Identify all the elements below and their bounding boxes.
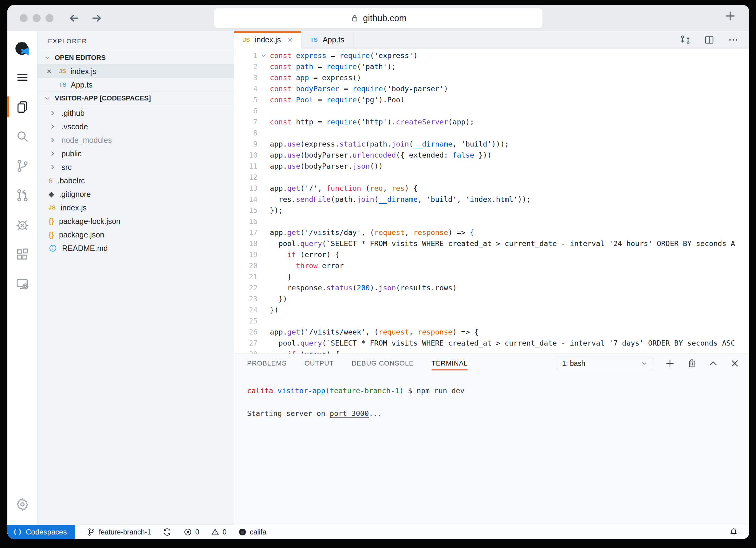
file-item-README.md[interactable]: README.md <box>37 242 234 255</box>
panel-tab-output[interactable]: OUTPUT <box>305 354 334 373</box>
file-item-package-lock.json[interactable]: {}package-lock.json <box>37 215 234 228</box>
kill-terminal-icon[interactable] <box>687 358 697 369</box>
code-line: 20 throw error <box>234 260 749 271</box>
folder-item-.vscode[interactable]: .vscode <box>37 120 234 133</box>
panel-tab-debug-console[interactable]: DEBUG CONSOLE <box>352 354 414 373</box>
file-item-package.json[interactable]: {}package.json <box>37 228 234 242</box>
fold-spacer <box>258 205 270 216</box>
minimize-window-button[interactable] <box>33 14 41 22</box>
fold-spacer <box>258 105 270 116</box>
warnings-status-item[interactable]: 0 <box>211 528 226 536</box>
url-text: github.com <box>363 13 407 23</box>
settings-gear-icon[interactable] <box>7 490 37 519</box>
debug-icon[interactable] <box>7 210 37 240</box>
split-editor-icon[interactable] <box>704 34 715 45</box>
fold-spacer <box>258 271 270 282</box>
close-panel-icon[interactable] <box>730 358 740 369</box>
github-user-status-item[interactable]: califa <box>238 528 266 536</box>
folder-item-.github[interactable]: .github <box>37 106 234 120</box>
source-control-icon[interactable] <box>7 151 37 181</box>
open-editor-item[interactable]: TSApp.ts <box>37 78 234 92</box>
compare-changes-icon[interactable] <box>680 34 691 45</box>
line-number: 19 <box>234 249 258 260</box>
forward-arrow-icon[interactable] <box>91 12 103 24</box>
code-line: 12 <box>234 172 749 183</box>
file-item-.babelrc[interactable]: 6.babelrc <box>37 174 234 187</box>
zoom-window-button[interactable] <box>45 14 53 22</box>
close-icon[interactable]: × <box>37 67 59 76</box>
chevron-right-icon <box>49 109 57 117</box>
new-terminal-icon[interactable] <box>664 358 675 369</box>
terminal-output[interactable]: califa visitor-app(feature-branch-1) $ n… <box>234 373 749 525</box>
editor-tab-App.ts[interactable]: TSApp.ts <box>301 31 353 48</box>
search-icon[interactable] <box>7 122 37 151</box>
code-editor[interactable]: 1const express = require('express')2cons… <box>234 49 749 353</box>
line-number: 21 <box>234 271 258 282</box>
remote-icon <box>13 527 22 537</box>
github-codespaces-logo[interactable] <box>7 36 37 63</box>
code-line: 17app.get('/visits/day', (request, respo… <box>234 227 749 238</box>
fold-chevron-icon[interactable] <box>258 50 270 61</box>
close-window-button[interactable] <box>20 14 28 22</box>
maximize-panel-icon[interactable] <box>708 358 719 369</box>
line-number: 22 <box>234 282 258 293</box>
menu-icon[interactable] <box>7 63 37 92</box>
explorer-icon[interactable] <box>7 92 37 122</box>
sync-status-item[interactable] <box>163 527 172 537</box>
editor-tab-bar: JSindex.js×TSApp.ts <box>234 31 749 49</box>
line-number: 2 <box>234 61 258 72</box>
code-line: 5const Pool = require('pg').Pool <box>234 94 749 105</box>
chevron-right-icon <box>49 163 57 171</box>
fold-spacer <box>258 161 270 172</box>
more-actions-icon[interactable] <box>728 34 739 45</box>
fold-spacer <box>258 216 270 227</box>
plus-icon[interactable] <box>723 9 737 23</box>
chevron-right-icon <box>49 136 57 144</box>
activity-bar <box>7 31 37 525</box>
folder-item-node_modules[interactable]: node_modules <box>37 133 234 147</box>
folder-item-src[interactable]: src <box>37 160 234 174</box>
code-line: 23 }) <box>234 293 749 304</box>
errors-status-item[interactable]: 0 <box>183 528 199 536</box>
code-line: 15}); <box>234 205 749 216</box>
code-line: 22 response.status(200).json(results.row… <box>234 282 749 293</box>
address-bar[interactable]: github.com <box>214 8 542 28</box>
line-number: 16 <box>234 216 258 227</box>
workspace-header[interactable]: VISITOR-APP [CODESPACES] <box>37 92 234 105</box>
branch-status-item[interactable]: feature-branch-1 <box>87 528 151 536</box>
terminal-line <box>247 396 749 408</box>
remote-explorer-icon[interactable] <box>7 269 37 298</box>
editor-tab-index.js[interactable]: JSindex.js× <box>234 31 301 49</box>
code-line: 9app.use(express.static(path.join(__dirn… <box>234 139 749 150</box>
open-editor-item[interactable]: ×JSindex.js <box>37 65 234 78</box>
shell-select[interactable]: 1: bash <box>556 357 653 370</box>
fold-spacer <box>258 337 270 349</box>
codespaces-status-badge[interactable]: Codespaces <box>7 525 75 539</box>
fold-spacer <box>258 172 270 183</box>
code-line: 21 } <box>234 271 749 282</box>
panel-tab-problems[interactable]: PROBLEMS <box>247 354 287 373</box>
close-icon[interactable]: × <box>288 35 293 45</box>
line-number: 13 <box>234 183 258 194</box>
notifications-bell-icon[interactable] <box>729 527 738 537</box>
sync-icon <box>163 527 172 537</box>
pull-request-icon[interactable] <box>7 181 37 210</box>
open-editors-header[interactable]: OPEN EDITORS <box>37 51 234 65</box>
line-number: 1 <box>234 50 258 61</box>
extensions-icon[interactable] <box>7 240 37 269</box>
line-number: 4 <box>234 83 258 94</box>
chevron-down-icon <box>44 95 51 102</box>
folder-item-public[interactable]: public <box>37 147 234 160</box>
line-number: 18 <box>234 238 258 249</box>
code-line: 10app.use(bodyParser.urlencoded({ extend… <box>234 150 749 161</box>
file-item-index.js[interactable]: JSindex.js <box>37 201 234 215</box>
code-line: 13app.get('/', function (req, res) { <box>234 183 749 194</box>
back-arrow-icon[interactable] <box>68 12 80 24</box>
line-number: 15 <box>234 205 258 216</box>
fold-spacer <box>258 139 270 150</box>
code-line: 19 if (error) { <box>234 249 749 260</box>
line-number: 27 <box>234 337 258 349</box>
ts-icon: TS <box>59 81 66 88</box>
panel-tab-terminal[interactable]: TERMINAL <box>431 354 468 373</box>
file-item-.gitignore[interactable]: ◆.gitignore <box>37 187 234 201</box>
